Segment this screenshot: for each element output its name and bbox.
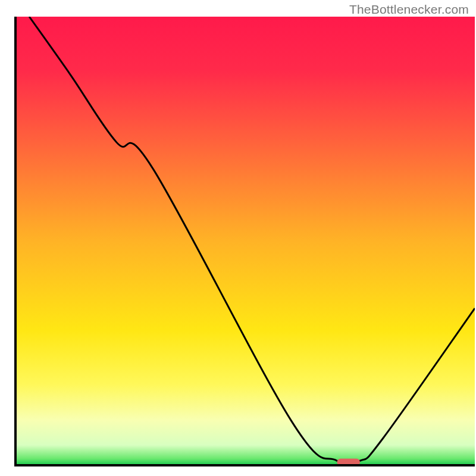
- plot-background: [15, 17, 475, 465]
- bottleneck-chart: [0, 0, 476, 476]
- watermark-label: TheBottlenecker.com: [349, 2, 469, 17]
- chart-container: TheBottlenecker.com: [0, 0, 476, 476]
